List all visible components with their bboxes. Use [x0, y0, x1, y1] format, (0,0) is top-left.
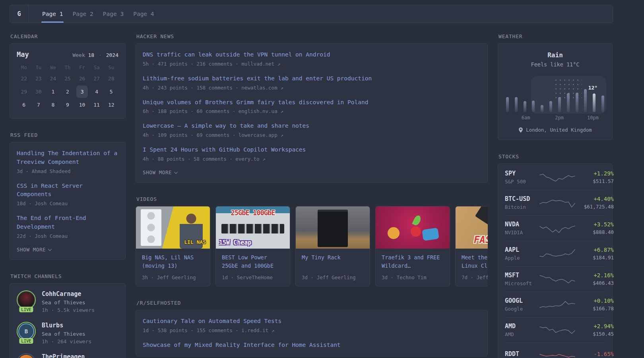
- stock-change: +2.16%: [576, 272, 614, 278]
- twitch-widget-title: TWITCH CHANNELS: [10, 273, 126, 279]
- weekday-label: Sa: [89, 65, 104, 70]
- video-card[interactable]: My Tiny Rack 3d · Jeff Geerling: [295, 206, 370, 286]
- tab-page-2[interactable]: Page 2: [68, 5, 98, 23]
- video-card[interactable]: LIL NAS Big NAS, Lil NAS (moving 13) 3h …: [136, 206, 210, 286]
- hacker-news-widget-title: HACKER NEWS: [136, 33, 488, 39]
- hn-item-meta: 4h · 109 points · 69 comments · lowercas…: [143, 132, 481, 138]
- stock-name: Google: [505, 306, 539, 312]
- tab-page-4[interactable]: Page 4: [128, 5, 159, 23]
- hn-item-link[interactable]: Unique volumes of Brothers Grimm fairy t…: [143, 98, 481, 107]
- time-tick: 6am: [522, 115, 530, 121]
- stock-name: Apple: [505, 255, 539, 261]
- stock-sparkline: [539, 222, 576, 235]
- calendar-year: 2024: [106, 52, 118, 58]
- avatar[interactable]: [17, 353, 36, 358]
- calendar-day: 22: [18, 72, 30, 85]
- video-title[interactable]: Big NAS, Lil NAS (moving 13): [142, 253, 204, 271]
- video-thumbnail[interactable]: LIL NAS: [136, 206, 210, 249]
- time-tick: 10pm: [587, 115, 599, 121]
- twitch-channel-row[interactable]: ThePrimeagen: [17, 353, 118, 358]
- stock-row[interactable]: NVDA NVIDIA +3.52% $888.40: [505, 215, 605, 241]
- weather-bar: [524, 101, 526, 112]
- stock-row[interactable]: AMD AMD +2.94% $150.45: [505, 317, 605, 342]
- video-card[interactable]: FAS Meet the Linux Clu 7d · Jeff Geerlin…: [455, 206, 488, 286]
- calendar-day: 25: [62, 72, 74, 85]
- calendar-grid: 222324252627282930123456789101112: [17, 72, 118, 111]
- show-more-label: SHOW MORE: [143, 169, 172, 175]
- video-thumbnail[interactable]: [376, 206, 450, 249]
- rss-item-link[interactable]: The End of Front-End Development: [17, 214, 118, 232]
- stock-row[interactable]: SPY S&P 500 +1.29% $511.57: [505, 165, 605, 190]
- rss-widget-title: RSS FEED: [10, 132, 126, 138]
- video-title[interactable]: BEST Low Power 25GbE and 100GbE Switch…: [222, 253, 284, 271]
- map-pin-icon: [518, 127, 523, 133]
- video-meta: 7d · Jeff Geerling: [462, 274, 488, 280]
- show-more-label: SHOW MORE: [17, 247, 46, 253]
- calendar-week-number: 18: [88, 52, 95, 58]
- twitch-channel-row[interactable]: LIVE CohhCarnage Sea of Thieves 1h · 5.5…: [17, 290, 118, 313]
- calendar-week-year: Week 18 · 2024: [72, 52, 118, 58]
- hn-item-link[interactable]: DNS traffic can leak outside the VPN tun…: [143, 51, 481, 59]
- video-thumbnail[interactable]: 25GbE 100GbE 15W Cheap: [216, 206, 290, 249]
- calendar-widget: CALENDAR May Week 18 · 2024 Mo Tu: [10, 33, 126, 119]
- stock-sparkline: [539, 247, 576, 261]
- stock-sparkline: [539, 272, 576, 286]
- calendar-day: 10: [76, 99, 88, 111]
- stock-sparkline: [539, 171, 576, 184]
- weather-bar: [549, 101, 552, 112]
- stock-change: +3.52%: [576, 221, 614, 228]
- hn-show-more-button[interactable]: SHOW MORE: [143, 169, 481, 175]
- weekday-label: Mo: [17, 65, 31, 70]
- calendar-day: 7: [33, 99, 45, 111]
- rss-item-meta: 3d · Ahmad Shadeed: [17, 168, 118, 174]
- switch-ports-graphic: [221, 224, 284, 233]
- stock-price: $406.43: [576, 280, 614, 286]
- hn-item-link[interactable]: Lithium-free sodium batteries exit the l…: [143, 74, 481, 83]
- twitch-channel-name[interactable]: CohhCarnage: [42, 290, 95, 298]
- video-card[interactable]: Traefik 3 and FREE Wildcard… 3d · Techno…: [375, 206, 450, 286]
- tab-page-3[interactable]: Page 3: [98, 5, 128, 23]
- calendar-weekday-row: Mo Tu We Th Fr Sa Su: [17, 65, 118, 70]
- stock-row[interactable]: AAPL Apple +6.87% $184.91: [505, 241, 605, 266]
- reddit-item-link[interactable]: Showcase of my Mixed Reality Interface f…: [143, 341, 481, 350]
- hn-item-link[interactable]: I Spent 24 Hours with GitHub Copilot Wor…: [143, 146, 481, 154]
- twitch-channel-row[interactable]: B LIVE Blurbs Sea of Thieves 1h · 264 vi…: [17, 322, 118, 344]
- avatar[interactable]: B LIVE: [17, 322, 36, 341]
- weather-card: Rain Feels like 11°C 12° 6am 2pm 10pm: [498, 43, 613, 140]
- rss-item-link[interactable]: Handling The Indentation of a Treeview C…: [17, 149, 118, 167]
- rss-item: The End of Front-End Development 22d · J…: [17, 214, 118, 239]
- stock-row[interactable]: GOOGL Google +0.10% $166.78: [505, 292, 605, 317]
- stock-symbol: AAPL: [505, 246, 539, 253]
- stock-row[interactable]: MSFT Microsoft +2.16% $406.43: [505, 266, 605, 292]
- hn-item-link[interactable]: Lowercase – A simple way to take and sha…: [143, 122, 481, 130]
- calendar-day: 6: [18, 99, 30, 111]
- server-rack-graphic: [318, 210, 348, 247]
- weekday-label: Th: [60, 65, 75, 70]
- video-title[interactable]: Meet the Linux Clu: [462, 253, 488, 271]
- weather-bar: [601, 95, 604, 112]
- rss-show-more-button[interactable]: SHOW MORE: [17, 247, 118, 253]
- reddit-item-link[interactable]: Cautionary Tale on Automated Speed Tests: [143, 317, 481, 326]
- pc-case-graphic: [141, 209, 161, 246]
- stock-row[interactable]: RDDT -1.65%: [505, 342, 605, 358]
- stock-row[interactable]: BTC-USD Bitcoin +4.40% $61,725.48: [505, 190, 605, 215]
- video-title[interactable]: My Tiny Rack: [302, 253, 364, 271]
- stock-change: +4.40%: [576, 196, 614, 202]
- weather-bar: [506, 97, 509, 112]
- video-card[interactable]: 25GbE 100GbE 15W Cheap BEST Low Power 25…: [215, 206, 290, 286]
- hn-item: DNS traffic can leak outside the VPN tun…: [143, 51, 481, 67]
- twitch-channel-name[interactable]: Blurbs: [42, 322, 91, 329]
- rss-item: CSS in React Server Components 18d · Jos…: [17, 182, 118, 207]
- twitch-channel-name[interactable]: ThePrimeagen: [42, 353, 85, 358]
- tab-page-1[interactable]: Page 1: [37, 5, 68, 23]
- rss-item-link[interactable]: CSS in React Server Components: [17, 182, 118, 199]
- weather-bars: [505, 74, 605, 112]
- time-tick: 2pm: [555, 115, 564, 121]
- video-thumbnail[interactable]: [296, 206, 370, 249]
- calendar-day: 23: [33, 72, 45, 85]
- video-title[interactable]: Traefik 3 and FREE Wildcard…: [382, 253, 444, 271]
- stock-symbol: GOOGL: [505, 297, 539, 304]
- calendar-day: 24: [47, 72, 59, 85]
- video-thumbnail[interactable]: FAS: [456, 206, 488, 249]
- avatar[interactable]: LIVE: [17, 290, 36, 309]
